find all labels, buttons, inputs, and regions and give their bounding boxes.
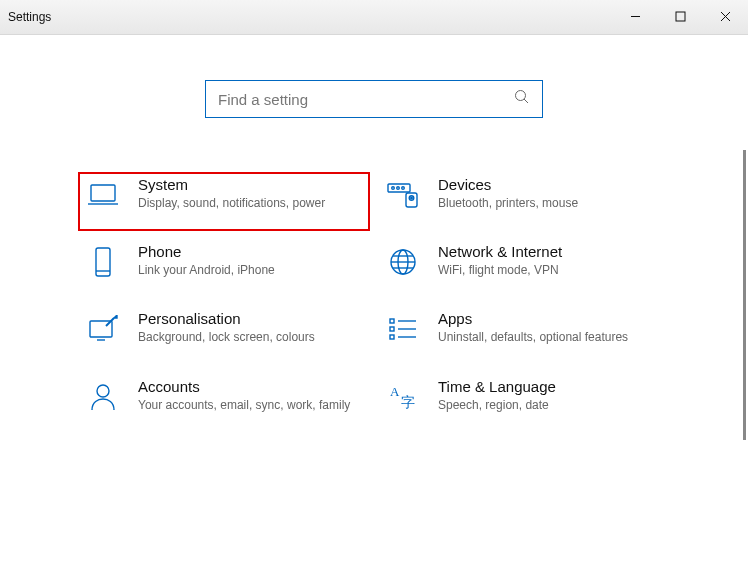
svg-rect-1 bbox=[676, 12, 685, 21]
minimize-button[interactable] bbox=[613, 0, 658, 32]
tile-title: Network & Internet bbox=[438, 243, 656, 260]
tile-desc: Bluetooth, printers, mouse bbox=[438, 195, 656, 211]
svg-point-10 bbox=[397, 187, 400, 190]
svg-point-11 bbox=[402, 187, 405, 190]
search-icon bbox=[514, 89, 530, 109]
svg-rect-15 bbox=[96, 248, 110, 276]
svg-point-14 bbox=[411, 197, 413, 199]
svg-text:A: A bbox=[390, 384, 400, 399]
apps-icon bbox=[384, 313, 422, 345]
tile-accounts[interactable]: Accounts Your accounts, email, sync, wor… bbox=[74, 370, 374, 437]
tile-desc: WiFi, flight mode, VPN bbox=[438, 262, 656, 278]
tile-desc: Link your Android, iPhone bbox=[138, 262, 356, 278]
tile-desc: Uninstall, defaults, optional features bbox=[438, 329, 656, 345]
svg-line-5 bbox=[524, 99, 528, 103]
tile-desc: Your accounts, email, sync, work, family bbox=[138, 397, 356, 413]
laptop-icon bbox=[84, 179, 122, 211]
phone-icon bbox=[84, 246, 122, 278]
svg-line-24 bbox=[106, 318, 114, 326]
tile-title: Time & Language bbox=[438, 378, 656, 395]
tile-title: System bbox=[138, 176, 356, 193]
svg-text:字: 字 bbox=[401, 395, 415, 410]
tile-title: Phone bbox=[138, 243, 356, 260]
tile-title: Personalisation bbox=[138, 310, 356, 327]
svg-point-31 bbox=[97, 385, 109, 397]
tile-phone[interactable]: Phone Link your Android, iPhone bbox=[74, 235, 374, 302]
tile-network[interactable]: Network & Internet WiFi, flight mode, VP… bbox=[374, 235, 674, 302]
tile-time-language[interactable]: A字 Time & Language Speech, region, date bbox=[374, 370, 674, 437]
maximize-button[interactable] bbox=[658, 0, 703, 32]
tile-desc: Background, lock screen, colours bbox=[138, 329, 356, 345]
search-input[interactable] bbox=[218, 91, 514, 108]
svg-rect-27 bbox=[390, 335, 394, 339]
svg-point-13 bbox=[409, 196, 414, 201]
settings-grid: System Display, sound, notifications, po… bbox=[74, 168, 674, 437]
globe-icon bbox=[384, 246, 422, 278]
svg-rect-25 bbox=[390, 319, 394, 323]
person-icon bbox=[84, 381, 122, 413]
search-container bbox=[0, 80, 748, 118]
tile-title: Apps bbox=[438, 310, 656, 327]
tile-desc: Display, sound, notifications, power bbox=[138, 195, 356, 211]
titlebar: Settings bbox=[0, 0, 748, 35]
tile-apps[interactable]: Apps Uninstall, defaults, optional featu… bbox=[374, 302, 674, 369]
devices-icon bbox=[384, 179, 422, 211]
tile-system[interactable]: System Display, sound, notifications, po… bbox=[74, 168, 374, 235]
svg-rect-26 bbox=[390, 327, 394, 331]
window-controls bbox=[613, 0, 748, 32]
tile-desc: Speech, region, date bbox=[438, 397, 656, 413]
svg-rect-6 bbox=[91, 185, 115, 201]
scrollbar[interactable] bbox=[743, 150, 746, 440]
tile-personalisation[interactable]: Personalisation Background, lock screen,… bbox=[74, 302, 374, 369]
search-box[interactable] bbox=[205, 80, 543, 118]
tile-title: Accounts bbox=[138, 378, 356, 395]
svg-point-9 bbox=[392, 187, 395, 190]
language-icon: A字 bbox=[384, 381, 422, 413]
tile-title: Devices bbox=[438, 176, 656, 193]
tile-devices[interactable]: Devices Bluetooth, printers, mouse bbox=[374, 168, 674, 235]
close-button[interactable] bbox=[703, 0, 748, 32]
window-title: Settings bbox=[8, 10, 51, 24]
personalisation-icon bbox=[84, 313, 122, 345]
